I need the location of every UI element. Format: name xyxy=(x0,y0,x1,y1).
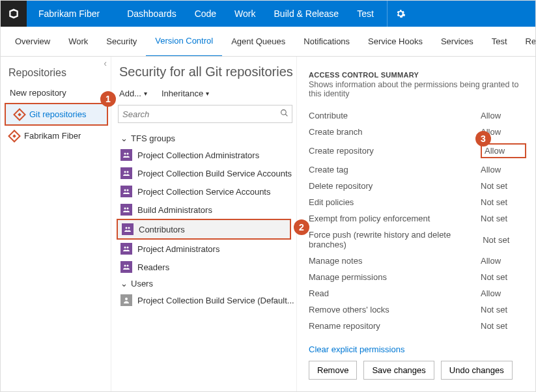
perm-value[interactable]: Not set xyxy=(481,305,526,315)
gear-icon[interactable] xyxy=(387,1,414,27)
perm-name: Remove others' locks xyxy=(309,305,389,315)
search-input[interactable] xyxy=(119,109,276,119)
group-row[interactable]: Project Collection Build Service Account… xyxy=(117,164,295,182)
perm-row[interactable]: Create branchAllow xyxy=(309,124,529,140)
perm-row-create-repository[interactable]: Create repository Allow 3 xyxy=(309,140,529,161)
perm-value[interactable]: Allow xyxy=(481,111,526,120)
collapse-icon[interactable]: ‹ xyxy=(104,58,107,68)
tab-service-hooks[interactable]: Service Hooks xyxy=(359,27,432,57)
tab-work[interactable]: Work xyxy=(59,27,97,57)
svg-point-4 xyxy=(124,171,126,173)
perm-row[interactable]: ContributeAllow xyxy=(309,107,529,124)
chevron-down-icon: ⌄ xyxy=(120,279,127,288)
team-icon xyxy=(120,186,132,197)
perm-name: Manage permissions xyxy=(309,272,387,282)
perm-row[interactable]: Exempt from policy enforcementNot set xyxy=(309,210,529,227)
group-row[interactable]: Project Collection Administrators xyxy=(117,146,295,164)
team-icon xyxy=(120,167,132,179)
nav-code[interactable]: Code xyxy=(186,1,225,27)
perm-row[interactable]: Manage notesAllow xyxy=(309,253,529,269)
tab-version-control[interactable]: Version Control xyxy=(146,27,222,57)
perm-name: Read xyxy=(309,288,329,298)
perm-row[interactable]: Manage permissionsNot set xyxy=(309,269,529,285)
group-label: Project Collection Administrators xyxy=(137,150,259,160)
perm-row[interactable]: Rename repositoryNot set xyxy=(309,318,529,334)
person-icon xyxy=(120,294,132,306)
nav-build-release[interactable]: Build & Release xyxy=(265,1,348,27)
top-nav: Dashboards Code Work Build & Release Tes… xyxy=(118,1,414,27)
group-row[interactable]: Build Administrators xyxy=(117,201,295,219)
group-row[interactable]: Project Collection Service Accounts xyxy=(117,182,295,201)
perm-row[interactable]: Force push (rewrite history and delete b… xyxy=(309,227,529,253)
user-row[interactable]: Project Collection Build Service (Defaul… xyxy=(117,291,295,309)
svg-point-11 xyxy=(128,227,130,229)
tab-notifications[interactable]: Notifications xyxy=(294,27,359,57)
svg-point-5 xyxy=(127,171,129,173)
team-icon xyxy=(120,149,132,161)
perm-name: Force push (rewrite history and delete b… xyxy=(309,230,483,249)
nav-dashboards[interactable]: Dashboards xyxy=(118,1,186,27)
save-changes-button[interactable]: Save changes xyxy=(363,361,434,380)
tab-overview[interactable]: Overview xyxy=(6,27,59,57)
undo-changes-button[interactable]: Undo changes xyxy=(441,361,513,380)
tfs-groups-header[interactable]: ⌄TFS groups xyxy=(117,131,295,146)
search-box[interactable] xyxy=(118,105,292,123)
add-label: Add... xyxy=(119,89,141,98)
svg-point-16 xyxy=(125,298,128,300)
perm-row[interactable]: Edit policiesNot set xyxy=(309,194,529,210)
tfs-groups-label: TFS groups xyxy=(131,133,175,143)
repositories-heading: Repositories xyxy=(1,62,111,83)
perm-value[interactable]: Allow xyxy=(481,165,526,175)
tab-services[interactable]: Services xyxy=(432,27,483,57)
nav-test[interactable]: Test xyxy=(348,1,383,27)
perm-value[interactable]: Not set xyxy=(483,235,526,245)
inheritance-button[interactable]: Inheritance▾ xyxy=(162,89,209,98)
perm-value[interactable]: Allow xyxy=(481,143,526,158)
perm-row[interactable]: Remove others' locksNot set xyxy=(309,301,529,318)
perm-value[interactable]: Allow xyxy=(481,288,526,298)
svg-point-10 xyxy=(126,227,128,229)
perm-name: Manage notes xyxy=(309,256,362,266)
permissions-pane: ACCESS CONTROL SUMMARY Shows information… xyxy=(297,57,535,392)
product-logo[interactable] xyxy=(1,1,27,27)
repo-item-fabrikam-fiber[interactable]: Fabrikam Fiber xyxy=(1,126,111,146)
group-label: Readers xyxy=(137,262,169,272)
clear-permissions-link[interactable]: Clear explicit permissions xyxy=(309,344,404,354)
group-label: Build Administrators xyxy=(137,205,212,215)
perm-value[interactable]: Allow xyxy=(481,256,526,266)
group-row-contributors[interactable]: Contributors xyxy=(117,219,291,240)
group-row[interactable]: Project Administrators xyxy=(117,240,295,258)
users-header[interactable]: ⌄Users xyxy=(117,276,295,291)
tab-agent-queues[interactable]: Agent Queues xyxy=(222,27,294,57)
security-title: Security for all Git repositories xyxy=(117,64,295,79)
perm-row[interactable]: Create tagAllow xyxy=(309,161,529,178)
tab-test[interactable]: Test xyxy=(483,27,516,57)
perm-value[interactable]: Not set xyxy=(481,321,526,331)
search-icon[interactable] xyxy=(276,109,292,119)
new-repository-link[interactable]: New repository xyxy=(1,83,111,103)
team-icon xyxy=(120,261,132,273)
group-label: Project Collection Build Service Account… xyxy=(137,169,292,178)
svg-point-15 xyxy=(127,265,129,267)
add-button[interactable]: Add...▾ xyxy=(119,89,147,98)
perm-row[interactable]: ReadAllow xyxy=(309,285,529,301)
svg-point-2 xyxy=(124,153,126,155)
tab-security[interactable]: Security xyxy=(97,27,146,57)
nav-work[interactable]: Work xyxy=(225,1,264,27)
users-label: Users xyxy=(131,279,153,288)
repo-item-git-repositories[interactable]: Git repositories xyxy=(5,103,108,126)
group-row[interactable]: Readers xyxy=(117,258,295,276)
team-icon xyxy=(120,243,132,255)
perm-name: Create tag xyxy=(309,165,348,175)
perm-value[interactable]: Not set xyxy=(481,197,526,207)
user-label: Project Collection Build Service (Defaul… xyxy=(137,296,294,305)
remove-button[interactable]: Remove xyxy=(309,361,357,380)
project-name[interactable]: Fabrikam Fiber xyxy=(27,8,118,19)
repo-item-label: Git repositories xyxy=(29,109,86,119)
perm-name: Exempt from policy enforcement xyxy=(309,214,430,223)
tab-releases[interactable]: Releases xyxy=(516,27,535,57)
perm-value[interactable]: Not set xyxy=(481,181,526,191)
perm-value[interactable]: Not set xyxy=(481,214,526,223)
perm-value[interactable]: Not set xyxy=(481,272,526,282)
perm-row[interactable]: Delete repositoryNot set xyxy=(309,178,529,194)
